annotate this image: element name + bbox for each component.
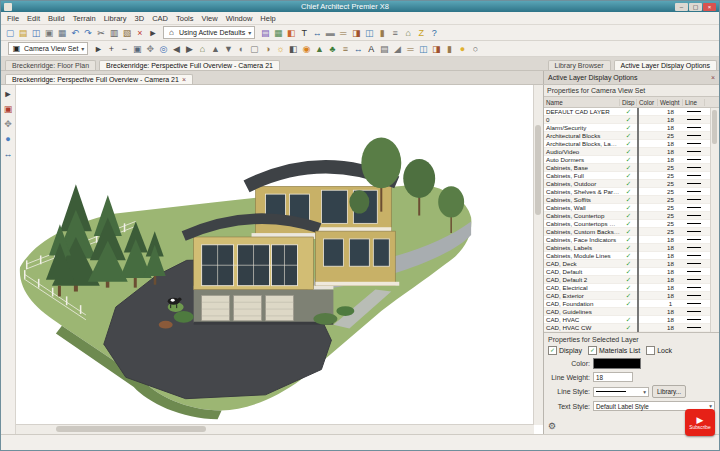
checkbox[interactable] (646, 346, 655, 355)
layer-weight[interactable]: 18 (658, 252, 683, 259)
menu-tools[interactable]: Tools (176, 14, 194, 23)
layer-linestyle[interactable] (683, 199, 705, 200)
window-build-icon[interactable]: ◫ (417, 43, 429, 55)
view-tab-camera-21[interactable]: Breckenridge: Perspective Full Overview … (5, 74, 193, 84)
layer-color-cell[interactable] (637, 308, 658, 315)
layer-color-cell[interactable] (637, 156, 658, 163)
line-style-dropdown[interactable]: ▾ (593, 387, 649, 397)
layer-weight[interactable]: 25 (658, 212, 683, 219)
display-check-icon[interactable]: ✓ (620, 260, 637, 267)
layer-linestyle[interactable] (683, 167, 705, 168)
display-check-icon[interactable]: ✓ (620, 140, 637, 147)
display-check-icon[interactable]: ✓ (620, 188, 637, 195)
tab-breckenridge-perspective-full-overview-camera-21[interactable]: Breckenridge: Perspective Full Overview … (99, 60, 280, 70)
layer-color-cell[interactable] (637, 180, 658, 187)
terrain-tool-icon[interactable]: ▲ (313, 43, 325, 55)
display-check-icon[interactable]: ✓ (620, 172, 637, 179)
display-check-icon[interactable]: ✓ (620, 244, 637, 251)
panel-scrollbar[interactable] (710, 108, 719, 332)
layer-color-cell[interactable] (637, 236, 658, 243)
layer-linestyle[interactable] (683, 231, 705, 232)
layer-weight[interactable]: 18 (658, 244, 683, 251)
print-icon[interactable]: ▦ (56, 27, 68, 39)
door-tool-icon[interactable]: ◨ (350, 27, 362, 39)
layer-weight[interactable]: 25 (658, 164, 683, 171)
col-name[interactable]: Name (544, 99, 620, 106)
close-button[interactable]: × (703, 3, 716, 11)
layer-color-cell[interactable] (637, 188, 658, 195)
layer-weight[interactable]: 25 (658, 204, 683, 211)
layer-row[interactable]: CAD, Exterior✓18 (544, 292, 710, 300)
wall-build-icon[interactable]: ═ (404, 43, 416, 55)
tool-measure-icon[interactable]: ↔ (2, 148, 14, 160)
display-check-icon[interactable]: ✓ (620, 132, 637, 139)
layer-color-cell[interactable] (637, 124, 658, 131)
display-check-icon[interactable]: ✓ (620, 156, 637, 163)
fill-window-icon[interactable]: ▣ (131, 43, 143, 55)
minimize-button[interactable]: – (675, 3, 688, 11)
camera-view-set-dropdown[interactable]: ▣ Camera View Set ▾ (8, 42, 88, 55)
layer-color-cell[interactable] (637, 164, 658, 171)
layer-weight[interactable]: 18 (658, 108, 683, 115)
color-swatch[interactable] (593, 358, 641, 369)
layer-row[interactable]: Cabinets, Countertop✓25 (544, 212, 710, 220)
layer-weight[interactable]: 18 (658, 124, 683, 131)
layer-color-cell[interactable] (637, 220, 658, 227)
layer-weight[interactable]: 18 (658, 292, 683, 299)
layer-row[interactable]: Cabinets, Soffits✓25 (544, 196, 710, 204)
display-check-icon[interactable]: ✓ (620, 268, 637, 275)
layer-linestyle[interactable] (683, 303, 705, 304)
panel-scroll-thumb[interactable] (712, 110, 717, 144)
layer-weight[interactable]: 18 (658, 276, 683, 283)
layer-weight[interactable]: 18 (658, 148, 683, 155)
layer-color-cell[interactable] (637, 284, 658, 291)
cabinet-build-icon[interactable]: ▮ (443, 43, 455, 55)
layer-weight[interactable]: 18 (658, 116, 683, 123)
settings-gear-icon[interactable]: ⚙ (548, 421, 556, 431)
display-check-icon[interactable]: ✓ (620, 148, 637, 155)
subscribe-button[interactable]: ▶ Subscribe (685, 409, 715, 436)
display-check-icon[interactable]: ✓ (620, 108, 637, 115)
hscroll-thumb[interactable] (56, 426, 206, 432)
layer-weight[interactable]: 25 (658, 132, 683, 139)
electrical-tool-icon[interactable]: Z (415, 27, 427, 39)
door-build-icon[interactable]: ◨ (430, 43, 442, 55)
zoom-out-icon[interactable]: − (118, 43, 130, 55)
display-check-icon[interactable]: ✓ (620, 316, 637, 323)
materials-list-checkbox[interactable]: ✓Materials List (588, 346, 640, 355)
layer-color-cell[interactable] (637, 276, 658, 283)
active-defaults-dropdown[interactable]: ⌂ Using Active Defaults ▾ (163, 26, 255, 39)
layer-weight[interactable]: 18 (658, 308, 683, 315)
room-label-icon[interactable]: ▬ (324, 27, 336, 39)
vscroll-thumb[interactable] (535, 125, 541, 215)
lighting-icon[interactable]: ☼ (274, 43, 286, 55)
layer-linestyle[interactable] (683, 151, 705, 152)
render-mode-icon[interactable]: ◐ (235, 43, 247, 55)
layer-row[interactable]: CAD, Guidelines18 (544, 308, 710, 316)
display-checkbox[interactable]: ✓Display (548, 346, 582, 355)
light-fixture-icon[interactable]: ● (456, 43, 468, 55)
display-check-icon[interactable]: ✓ (620, 212, 637, 219)
layer-row[interactable]: CAD, Default 2✓18 (544, 276, 710, 284)
redo-icon[interactable]: ↷ (82, 27, 94, 39)
layer-color-cell[interactable] (637, 148, 658, 155)
zoom-in-icon[interactable]: + (105, 43, 117, 55)
display-check-icon[interactable]: ✓ (620, 116, 637, 123)
canvas-hscrollbar[interactable] (16, 424, 534, 434)
shadows-icon[interactable]: ◧ (287, 43, 299, 55)
sun-angle-icon[interactable]: ◉ (300, 43, 312, 55)
canvas-vscrollbar[interactable] (533, 85, 543, 425)
menu-file[interactable]: File (7, 14, 19, 23)
layer-color-cell[interactable] (637, 300, 658, 307)
layer-color-cell[interactable] (637, 252, 658, 259)
layer-color-cell[interactable] (637, 244, 658, 251)
checkbox[interactable]: ✓ (588, 346, 597, 355)
layer-linestyle[interactable] (683, 127, 705, 128)
copy-icon[interactable]: ▥ (108, 27, 120, 39)
layer-linestyle[interactable] (683, 207, 705, 208)
layer-color-cell[interactable] (637, 172, 658, 179)
layer-linestyle[interactable] (683, 295, 705, 296)
layer-linestyle[interactable] (683, 215, 705, 216)
layer-linestyle[interactable] (683, 183, 705, 184)
layer-weight[interactable]: 25 (658, 180, 683, 187)
